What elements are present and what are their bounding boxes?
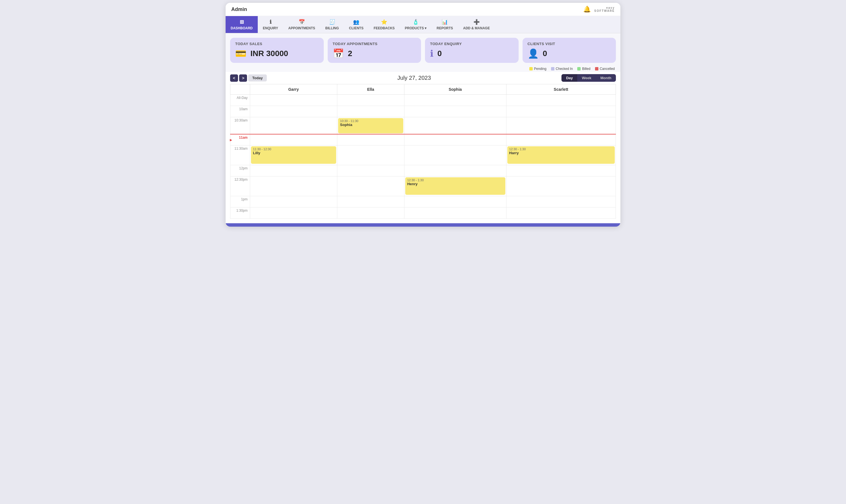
legend-pending-label: Pending: [534, 67, 547, 71]
top-bar: Admin 🔔 easy SOFTWARE: [226, 3, 620, 16]
time-10am: 10am: [230, 106, 250, 117]
cell-11am-scarlett: [506, 134, 616, 145]
cell-1130am-scarlett[interactable]: 12:30 - 1:30 Harry: [506, 145, 616, 165]
appt-harry[interactable]: 12:30 - 1:30 Harry: [507, 146, 615, 164]
time-1130am: 11:30am: [230, 145, 250, 165]
nav-dashboard[interactable]: ⊞ DASHBOARD: [226, 16, 258, 33]
appt-henry[interactable]: 12:30 - 1:30 Henry: [405, 177, 505, 195]
appt-sophia-client: Sophia: [340, 123, 401, 127]
row-1030am: 10:30am 10:30 - 11:30 Sophia: [230, 117, 616, 134]
cell-1pm-ella: [337, 196, 404, 208]
card-clients-visit: CLIENTS VISIT 👤 0: [523, 38, 616, 63]
legend-cancelled-label: Cancelled: [600, 67, 615, 71]
enquiry-icon: ℹ: [269, 19, 271, 25]
cal-view-day[interactable]: Day: [562, 74, 577, 82]
cell-1pm-garry: [250, 196, 337, 208]
time-11am: 11am: [230, 134, 250, 145]
bottom-bar: [226, 223, 620, 227]
appt-lilly-client: Lilly: [253, 151, 334, 155]
cell-1130am-garry[interactable]: 11:30 - 12:30 Lilly: [250, 145, 337, 165]
card-title-appointments: TODAY APPOINTMENTS: [333, 42, 416, 46]
cell-10am-sophia: [404, 106, 506, 117]
row-1pm: 1pm: [230, 196, 616, 208]
reports-icon: 📊: [442, 19, 448, 25]
cell-1230pm-ella: [337, 177, 404, 196]
cell-allday-scarlett: [506, 95, 616, 106]
clients-value: 0: [543, 49, 547, 58]
cal-date-title: July 27, 2023: [397, 75, 431, 81]
appt-henry-time: 12:30 - 1:30: [407, 178, 504, 182]
cell-11am-sophia: [404, 134, 506, 145]
nav-feedbacks[interactable]: ⭐ FEEDBACKS: [369, 16, 400, 33]
time-allday: All-Day: [230, 95, 250, 106]
cell-1230pm-garry: [250, 177, 337, 196]
cell-11am-garry: [250, 134, 337, 145]
cal-next-button[interactable]: >: [239, 74, 247, 82]
cal-view-buttons: Day Week Month: [562, 74, 616, 82]
col-scarlett: Scarlett: [506, 84, 616, 95]
appt-sophia-time: 10:30 - 11:30: [340, 119, 401, 123]
time-130pm: 1:30pm: [230, 208, 250, 219]
client-icon: 👤: [528, 48, 539, 59]
billing-icon: 🧾: [329, 19, 335, 25]
cell-1pm-scarlett: [506, 196, 616, 208]
cell-10am-scarlett: [506, 106, 616, 117]
enquiry-card-icon: ℹ: [430, 48, 434, 59]
cell-1130am-sophia: [404, 145, 506, 165]
cell-1030am-garry: [250, 117, 337, 134]
appt-henry-client: Henry: [407, 182, 504, 186]
cancelled-dot: [595, 67, 598, 70]
legend-pending: Pending: [529, 67, 547, 71]
cell-130pm-sophia: [404, 208, 506, 219]
card-today-sales: TODAY SALES 💳 INR 30000: [230, 38, 324, 63]
cell-10am-garry: [250, 106, 337, 117]
cal-header-row: Garry Ella Sophia Scarlett: [230, 84, 616, 95]
appt-harry-time: 12:30 - 1:30: [509, 147, 613, 151]
nav-clients[interactable]: 👥 CLIENTS: [344, 16, 369, 33]
col-ella: Ella: [337, 84, 404, 95]
legend-billed-label: Billed: [582, 67, 590, 71]
bell-icon[interactable]: 🔔: [583, 6, 591, 13]
cell-1pm-sophia: [404, 196, 506, 208]
nav-appointments[interactable]: 📅 APPOINTMENTS: [283, 16, 320, 33]
cell-1130am-ella: [337, 145, 404, 165]
cell-1030am-ella[interactable]: 10:30 - 11:30 Sophia: [337, 117, 404, 134]
time-12pm: 12pm: [230, 165, 250, 177]
checked-in-dot: [551, 67, 554, 70]
products-icon: 🧴: [412, 19, 419, 25]
wallet-icon: 💳: [235, 48, 246, 59]
logo: easy SOFTWARE: [594, 6, 615, 13]
cell-allday-garry: [250, 95, 337, 106]
appointments-icon: 📅: [299, 19, 305, 25]
add-manage-icon: ➕: [474, 19, 480, 25]
cell-12pm-garry: [250, 165, 337, 177]
cell-1030am-sophia: [404, 117, 506, 134]
appointments-value: 2: [348, 49, 353, 58]
row-12pm: 12pm: [230, 165, 616, 177]
cell-1230pm-sophia-col[interactable]: 12:30 - 1:30 Henry: [404, 177, 506, 196]
legend-checked-in: Checked In: [551, 67, 573, 71]
cell-allday-ella: [337, 95, 404, 106]
nav-bar: ⊞ DASHBOARD ℹ ENQUIRY 📅 APPOINTMENTS 🧾 B…: [226, 16, 620, 33]
cal-nav-buttons: < > Today: [230, 74, 267, 82]
calendar-grid-wrapper: Garry Ella Sophia Scarlett All-Day 10a: [226, 84, 620, 223]
nav-enquiry[interactable]: ℹ ENQUIRY: [258, 16, 283, 33]
cal-today-button[interactable]: Today: [248, 74, 266, 82]
nav-reports[interactable]: 📊 REPORTS: [431, 16, 458, 33]
time-1030am: 10:30am: [230, 117, 250, 134]
cal-prev-button[interactable]: <: [230, 74, 238, 82]
appt-lilly[interactable]: 11:30 - 12:30 Lilly: [251, 146, 336, 164]
row-10am: 10am: [230, 106, 616, 117]
nav-add-manage[interactable]: ➕ ADD & MANAGE: [458, 16, 495, 33]
card-today-enquiry: TODAY ENQUIRY ℹ 0: [425, 38, 518, 63]
cal-view-week[interactable]: Week: [577, 74, 596, 82]
cell-130pm-scarlett: [506, 208, 616, 219]
time-header: [230, 84, 250, 95]
time-1230pm: 12:30pm: [230, 177, 250, 196]
card-today-appointments: TODAY APPOINTMENTS 📅 2: [328, 38, 421, 63]
nav-products[interactable]: 🧴 PRODUCTS ▾: [400, 16, 432, 33]
cal-view-month[interactable]: Month: [596, 74, 616, 82]
nav-billing[interactable]: 🧾 BILLING: [320, 16, 344, 33]
card-title-sales: TODAY SALES: [235, 42, 319, 46]
appt-sophia[interactable]: 10:30 - 11:30 Sophia: [338, 118, 403, 133]
